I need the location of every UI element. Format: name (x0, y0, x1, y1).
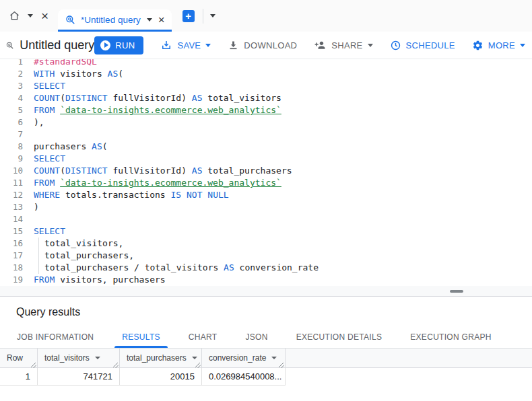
save-button[interactable]: SAVE (160, 39, 211, 51)
tab-dropdown-icon[interactable] (147, 18, 152, 22)
code-text[interactable]: ) (34, 201, 39, 213)
clock-icon (390, 40, 401, 51)
column-dropdown-icon[interactable] (95, 357, 100, 359)
table-row: 1741721200150.026984540008... (0, 368, 532, 386)
line-number: 8 (0, 141, 23, 153)
code-line[interactable]: 8purchasers AS( (0, 141, 532, 153)
code-line[interactable]: 2WITH visitors AS( (0, 68, 532, 80)
line-number: 16 (0, 238, 23, 250)
code-line[interactable]: 7 (0, 129, 532, 141)
results-tab-json[interactable]: JSON (231, 326, 281, 348)
code-text[interactable]: FROM `data-to-insights.ecommerce.web_ana… (34, 104, 281, 116)
query-magnifier-icon (5, 38, 14, 52)
column-dropdown-icon[interactable] (271, 357, 277, 359)
save-icon (160, 39, 172, 51)
column-header-row: Row (0, 349, 38, 367)
results-tabs: JOB INFORMATIONRESULTSCHARTJSONEXECUTION… (0, 326, 532, 349)
download-button[interactable]: DOWNLOAD (228, 40, 297, 51)
home-tab-close-icon[interactable]: × (41, 9, 48, 22)
home-tab-dropdown-icon[interactable] (28, 14, 33, 17)
tabbar-divider (203, 9, 203, 24)
code-text[interactable]: WITH visitors AS( (34, 68, 123, 80)
line-number: 14 (0, 213, 23, 225)
schedule-button[interactable]: SCHEDULE (390, 40, 455, 51)
line-number: 5 (0, 104, 23, 116)
code-line[interactable]: 1#standardSQL (0, 59, 532, 68)
column-resize-grip-icon[interactable] (195, 361, 201, 367)
code-text[interactable]: total_purchasers / total_visitors AS con… (34, 262, 319, 274)
line-number: 18 (0, 262, 23, 274)
home-tab-button[interactable] (8, 9, 21, 22)
table-header-row: Rowtotal_visitorstotal_purchasersconvers… (0, 349, 532, 368)
column-header-conversion_rate: conversion_rate (202, 349, 286, 367)
code-text[interactable]: #standardSQL (34, 59, 97, 68)
splitter-drag-handle-icon[interactable] (450, 290, 463, 293)
pane-splitter[interactable] (0, 286, 532, 297)
line-number: 7 (0, 129, 23, 141)
run-button[interactable]: RUN (94, 36, 143, 54)
new-tab-button[interactable]: + (182, 10, 195, 22)
column-resize-grip-icon[interactable] (278, 361, 284, 367)
code-text[interactable]: WHERE totals.transactions IS NOT NULL (34, 189, 229, 201)
code-line[interactable]: 14 (0, 213, 532, 225)
column-header-label: total_visitors (44, 353, 90, 363)
share-label: SHARE (331, 40, 362, 50)
table-body: 1741721200150.026984540008... (0, 368, 532, 386)
code-line[interactable]: 13) (0, 201, 532, 213)
tab-title: *Untitled query (81, 15, 141, 25)
results-tab-results[interactable]: RESULTS (108, 326, 174, 348)
column-resize-grip-icon[interactable] (112, 361, 119, 367)
results-table: Rowtotal_visitorstotal_purchasersconvers… (0, 349, 532, 386)
code-text[interactable]: SELECT (34, 225, 65, 238)
code-text[interactable]: COUNT(DISTINCT fullVisitorId) AS total_v… (34, 92, 281, 104)
code-line[interactable]: 9SELECT (0, 153, 532, 165)
line-number: 9 (0, 153, 23, 165)
code-line[interactable]: 11FROM `data-to-insights.ecommerce.web_a… (0, 177, 532, 189)
line-number: 11 (0, 177, 23, 189)
code-text[interactable]: COUNT(DISTINCT fullVisitorId) AS total_p… (34, 165, 292, 177)
toolbar-actions: RUN SAVE DOWNLOAD S (94, 36, 525, 54)
code-text[interactable]: ), (34, 116, 44, 129)
results-title: Query results (16, 306, 516, 318)
code-line[interactable]: 16total_visitors, (0, 238, 532, 250)
code-line[interactable]: 5FROM `data-to-insights.ecommerce.web_an… (0, 104, 532, 116)
tab-close-icon[interactable]: × (158, 14, 165, 26)
query-results-panel: Query results JOB INFORMATIONRESULTSCHAR… (0, 297, 532, 386)
code-text[interactable]: purchasers AS( (34, 141, 108, 153)
line-number: 6 (0, 116, 23, 129)
column-dropdown-icon[interactable] (192, 357, 197, 359)
code-text[interactable]: FROM `data-to-insights.ecommerce.web_ana… (34, 177, 281, 189)
code-line[interactable]: 12WHERE totals.transactions IS NOT NULL (0, 189, 532, 201)
save-dropdown-icon[interactable] (205, 44, 211, 47)
column-header-total_visitors: total_visitors (38, 349, 120, 367)
tab-list-dropdown-icon[interactable] (210, 14, 215, 17)
line-number: 3 (0, 80, 23, 92)
code-line[interactable]: 3SELECT (0, 80, 532, 92)
more-dropdown-icon[interactable] (520, 44, 525, 47)
results-tab-execution-details[interactable]: EXECUTION DETAILS (282, 326, 397, 348)
code-text[interactable]: FROM visitors, purchasers (34, 274, 166, 286)
sql-editor[interactable]: 1#standardSQL2WITH visitors AS(3SELECT4C… (0, 59, 532, 286)
code-line[interactable]: 6), (0, 116, 532, 129)
share-dropdown-icon[interactable] (368, 44, 373, 47)
query-editor-tab[interactable]: *Untitled query × (58, 9, 172, 32)
column-resize-grip-icon[interactable] (30, 361, 36, 367)
results-tab-chart[interactable]: CHART (174, 326, 232, 348)
results-tab-execution-graph[interactable]: EXECUTION GRAPH (396, 326, 506, 348)
code-lines: 1#standardSQL2WITH visitors AS(3SELECT4C… (0, 59, 532, 286)
more-button[interactable]: MORE (472, 40, 525, 51)
code-text[interactable]: total_purchasers, (34, 250, 134, 262)
query-toolbar: Untitled query RUN SAVE DOWNLOAD (0, 32, 532, 59)
code-line[interactable]: 19FROM visitors, purchasers (0, 274, 532, 286)
results-tab-job-information[interactable]: JOB INFORMATION (3, 326, 108, 348)
code-text[interactable]: SELECT (34, 80, 65, 92)
editor-tab-bar: × *Untitled query × + (0, 0, 532, 32)
code-line[interactable]: 10COUNT(DISTINCT fullVisitorId) AS total… (0, 165, 532, 177)
code-text[interactable]: total_visitors, (34, 238, 123, 250)
code-line[interactable]: 4COUNT(DISTINCT fullVisitorId) AS total_… (0, 92, 532, 104)
code-text[interactable]: SELECT (34, 153, 65, 165)
code-line[interactable]: 17total_purchasers, (0, 250, 532, 262)
code-line[interactable]: 18total_purchasers / total_visitors AS c… (0, 262, 532, 274)
code-line[interactable]: 15SELECT (0, 225, 532, 238)
share-button[interactable]: SHARE (314, 39, 372, 52)
